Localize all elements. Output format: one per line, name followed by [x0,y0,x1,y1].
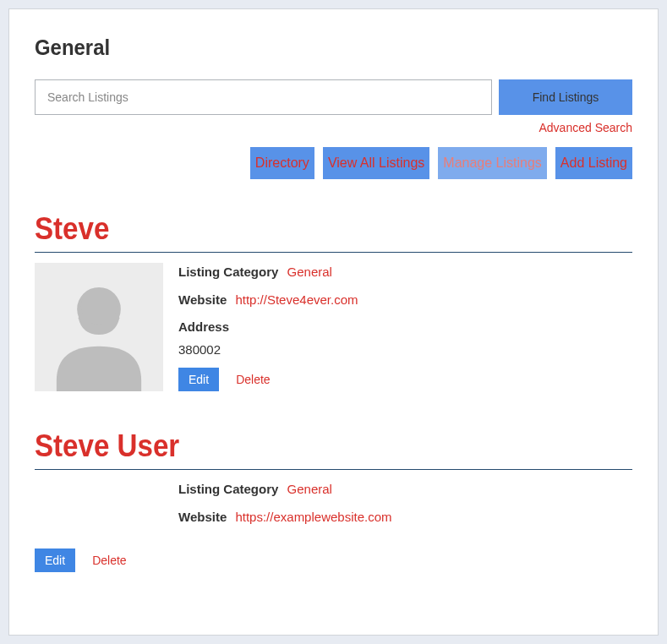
address-row: Address 380002 [178,318,632,359]
avatar-placeholder-icon [35,263,163,391]
edit-button[interactable]: Edit [178,368,219,391]
website-link[interactable]: http://Steve4ever.com [235,292,358,307]
category-link[interactable]: General [287,265,332,279]
page-title: General [35,35,584,61]
delete-link[interactable]: Delete [92,554,126,567]
address-value: 380002 [178,341,632,360]
website-link[interactable]: https://examplewebsite.com [235,510,391,524]
listing-title-link[interactable]: Steve User [35,428,584,464]
category-row: Listing Category General [178,480,632,499]
category-label: Listing Category [178,482,278,496]
listing-title-link[interactable]: Steve [35,211,584,247]
category-label: Listing Category [178,265,278,279]
nav-add-listing[interactable]: Add Listing [555,147,632,179]
edit-button[interactable]: Edit [35,548,75,572]
nav-row: Directory View All Listings Manage Listi… [35,147,632,179]
nav-directory[interactable]: Directory [250,147,314,179]
listing-actions: Edit Delete [35,548,632,572]
delete-link[interactable]: Delete [236,371,270,389]
advanced-search-row: Advanced Search [35,120,632,135]
main-panel: General Find Listings Advanced Search Di… [8,8,659,636]
listing-details: Listing Category General Website https:/… [178,480,632,535]
listing-body: Listing Category General Website http://… [35,263,632,391]
search-row: Find Listings [35,79,632,115]
nav-manage-listings[interactable]: Manage Listings [438,147,547,179]
listing-body: Listing Category General Website https:/… [35,480,632,535]
svg-point-2 [81,288,118,325]
search-input[interactable] [35,79,492,115]
listing-item: Steve User Listing Category General Webs… [35,428,632,572]
website-row: Website https://examplewebsite.com [178,508,632,527]
nav-view-all-listings[interactable]: View All Listings [323,147,429,179]
website-row: Website http://Steve4ever.com [178,291,632,310]
category-link[interactable]: General [287,482,332,496]
listing-item: Steve Listing Category General Website [35,211,632,391]
category-row: Listing Category General [178,263,632,282]
advanced-search-link[interactable]: Advanced Search [539,121,632,134]
divider [35,252,632,253]
divider [35,469,632,470]
listing-details: Listing Category General Website http://… [178,263,632,391]
website-label: Website [178,292,227,307]
listing-actions: Edit Delete [178,368,632,391]
website-label: Website [178,510,227,524]
address-label: Address [178,319,229,334]
find-listings-button[interactable]: Find Listings [499,79,632,115]
